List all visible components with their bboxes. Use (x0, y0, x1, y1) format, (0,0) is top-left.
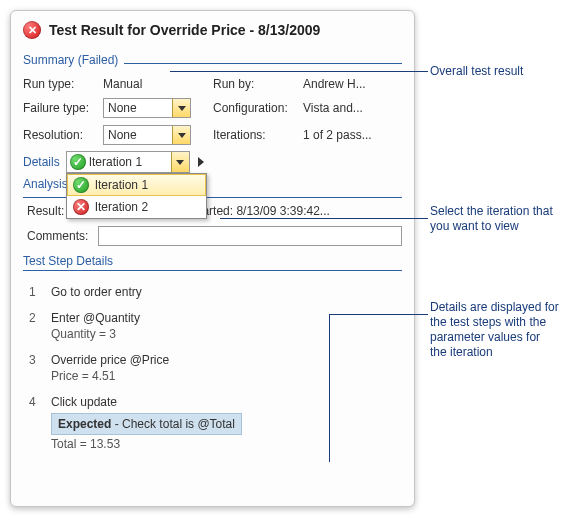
run-type-value: Manual (103, 77, 213, 91)
step-text: Enter @Quantity (51, 311, 140, 325)
callout-select-iteration: Select the iteration that you want to vi… (430, 204, 556, 234)
window-titlebar: ✕ Test Result for Override Price - 8/13/… (23, 21, 402, 39)
iteration-option-label: Iteration 1 (95, 178, 148, 192)
configuration-label: Configuration: (213, 101, 303, 115)
details-row: Details ✓ Iteration 1 ✓ Iteration 1 ✕ It… (23, 151, 402, 173)
chevron-down-icon[interactable] (172, 99, 190, 117)
summary-label: Summary (Failed) (23, 53, 118, 69)
chevron-down-icon[interactable] (172, 126, 190, 144)
summary-rule (124, 54, 402, 64)
run-by-value: Andrew H... (303, 77, 383, 91)
expected-result: Expected - Check total is @Total (51, 413, 242, 435)
expected-text: - Check total is @Total (111, 417, 235, 431)
run-type-label: Run type: (23, 77, 103, 91)
pass-icon: ✓ (73, 177, 89, 193)
callout-line (220, 218, 428, 219)
iterations-value: 1 of 2 pass... (303, 128, 383, 142)
comments-input[interactable] (98, 226, 402, 246)
test-step: 3 Override price @Price Price = 4.51 (23, 347, 402, 389)
callout-step-details: Details are displayed for the test steps… (430, 300, 560, 360)
step-number: 2 (29, 311, 41, 325)
step-number: 3 (29, 353, 41, 367)
test-step-details-rule (23, 270, 402, 271)
iteration-selected: Iteration 1 (89, 155, 171, 169)
iteration-option-label: Iteration 2 (95, 200, 148, 214)
iteration-option-2[interactable]: ✕ Iteration 2 (67, 196, 206, 218)
step-param: Total = 13.53 (51, 437, 242, 451)
play-arrow-icon[interactable] (198, 157, 204, 167)
callout-overall: Overall test result (430, 64, 523, 79)
run-by-label: Run by: (213, 77, 303, 91)
iterations-label: Iterations: (213, 128, 303, 142)
test-step: 2 Enter @Quantity Quantity = 3 (23, 305, 402, 347)
iteration-dropdown: ✓ Iteration 1 ✕ Iteration 2 (66, 173, 207, 219)
chevron-down-icon[interactable] (171, 152, 189, 172)
step-number: 4 (29, 395, 41, 409)
step-param: Price = 4.51 (51, 369, 169, 383)
test-step: 1 Go to order entry (23, 279, 402, 305)
step-text: Click update (51, 395, 242, 409)
iteration-option-1[interactable]: ✓ Iteration 1 (67, 174, 206, 196)
callout-line (329, 314, 330, 462)
expected-prefix: Expected (58, 417, 111, 431)
date-started-value: 8/13/09 3:39:42... (236, 204, 329, 218)
step-text: Go to order entry (51, 285, 142, 299)
step-text: Override price @Price (51, 353, 169, 367)
failure-type-select[interactable]: None (103, 98, 191, 118)
callout-line (330, 314, 428, 315)
comments-label: Comments: (27, 229, 88, 243)
details-label: Details (23, 155, 60, 169)
summary-section-header: Summary (Failed) (23, 53, 402, 69)
window-title: Test Result for Override Price - 8/13/20… (49, 22, 320, 38)
comments-row: Comments: (23, 226, 402, 246)
error-icon: ✕ (23, 21, 41, 39)
failure-type-label: Failure type: (23, 101, 103, 115)
callout-line (170, 71, 428, 72)
test-step: 4 Click update Expected - Check total is… (23, 389, 402, 457)
step-number: 1 (29, 285, 41, 299)
resolution-label: Resolution: (23, 128, 103, 142)
configuration-value: Vista and... (303, 101, 383, 115)
pass-icon: ✓ (70, 154, 86, 170)
result-label: Result: (27, 204, 64, 218)
test-result-window: ✕ Test Result for Override Price - 8/13/… (10, 10, 415, 507)
iteration-select[interactable]: ✓ Iteration 1 ✓ Iteration 1 ✕ Iteration … (66, 151, 190, 173)
run-info-grid: Run type: Manual Run by: Andrew H... Fai… (23, 77, 402, 145)
test-step-details-label: Test Step Details (23, 254, 402, 270)
test-steps-list: 1 Go to order entry 2 Enter @Quantity Qu… (23, 279, 402, 457)
step-param: Quantity = 3 (51, 327, 140, 341)
resolution-select[interactable]: None (103, 125, 191, 145)
fail-icon: ✕ (73, 199, 89, 215)
resolution-selected: None (104, 128, 172, 142)
failure-type-selected: None (104, 101, 172, 115)
